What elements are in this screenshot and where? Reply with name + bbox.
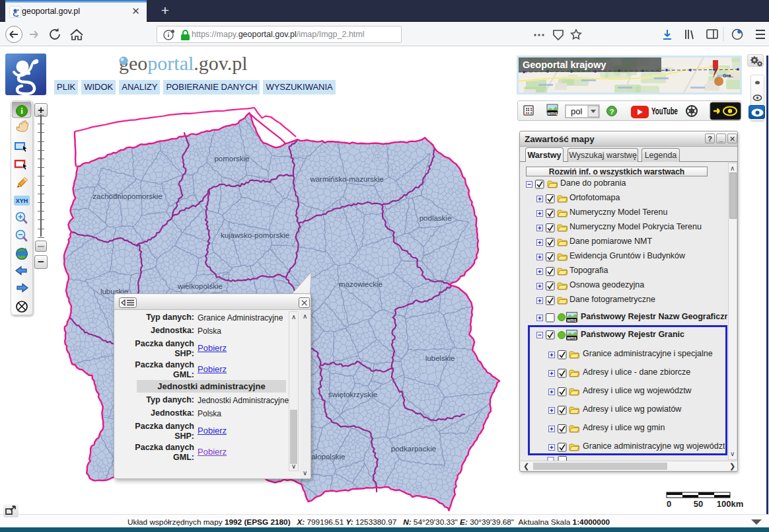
- svg-text:świętokrzyskie: świętokrzyskie: [328, 391, 377, 399]
- svg-text:0: 0: [667, 499, 671, 509]
- svg-text:zachodniopomorskie: zachodniopomorskie: [92, 192, 162, 200]
- svg-text:?: ?: [610, 108, 614, 116]
- svg-text:kujawsko-pomorskie: kujawsko-pomorskie: [221, 231, 289, 239]
- svg-text:100km: 100km: [717, 499, 743, 509]
- svg-text:mazowieckie: mazowieckie: [339, 280, 383, 288]
- svg-text:YouTube: YouTube: [651, 106, 678, 116]
- svg-text:50: 50: [694, 499, 703, 509]
- svg-text:wielkopolskie: wielkopolskie: [177, 282, 223, 290]
- svg-text:pomorskie: pomorskie: [214, 155, 249, 163]
- svg-text:wms: wms: [566, 318, 577, 323]
- svg-text:warmińsko-mazurskie: warmińsko-mazurskie: [309, 175, 383, 183]
- svg-text:podlaskie: podlaskie: [420, 214, 452, 222]
- svg-text:pol: pol: [571, 106, 582, 116]
- svg-text:lubelskie: lubelskie: [425, 354, 455, 362]
- svg-text:podkarpackie: podkarpackie: [391, 445, 436, 453]
- svg-text:wms: wms: [546, 111, 558, 116]
- svg-text:Gra..: Gra..: [723, 73, 733, 78]
- svg-text:i: i: [20, 106, 23, 116]
- svg-text:XYH: XYH: [16, 198, 28, 204]
